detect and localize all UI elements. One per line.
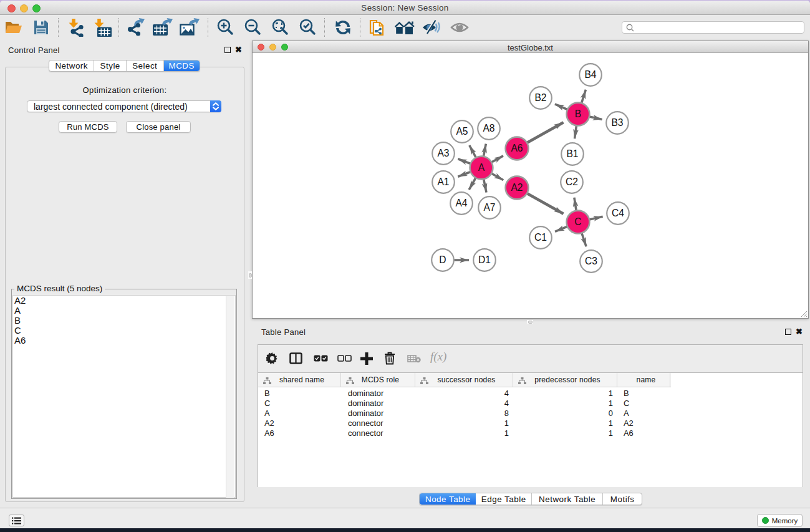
svg-text:C3: C3 xyxy=(585,256,597,266)
svg-text:A1: A1 xyxy=(437,177,449,187)
svg-text:C4: C4 xyxy=(612,208,624,218)
svg-text:A6: A6 xyxy=(511,143,523,153)
svg-text:A7: A7 xyxy=(483,202,495,213)
svg-text:B4: B4 xyxy=(584,69,596,80)
svg-text:B: B xyxy=(575,109,581,119)
svg-text:A2: A2 xyxy=(511,182,523,193)
svg-text:A5: A5 xyxy=(456,126,468,137)
svg-text:A8: A8 xyxy=(483,123,494,133)
svg-text:D1: D1 xyxy=(478,254,491,265)
svg-text:A3: A3 xyxy=(437,148,449,158)
svg-text:B2: B2 xyxy=(534,92,546,103)
svg-text:B1: B1 xyxy=(566,148,578,159)
svg-text:D: D xyxy=(439,254,446,265)
svg-text:B3: B3 xyxy=(611,117,623,128)
svg-text:C: C xyxy=(574,216,581,227)
svg-text:C1: C1 xyxy=(534,232,547,243)
svg-text:C2: C2 xyxy=(566,177,578,187)
svg-text:A: A xyxy=(478,162,485,173)
svg-text:A4: A4 xyxy=(455,198,467,208)
